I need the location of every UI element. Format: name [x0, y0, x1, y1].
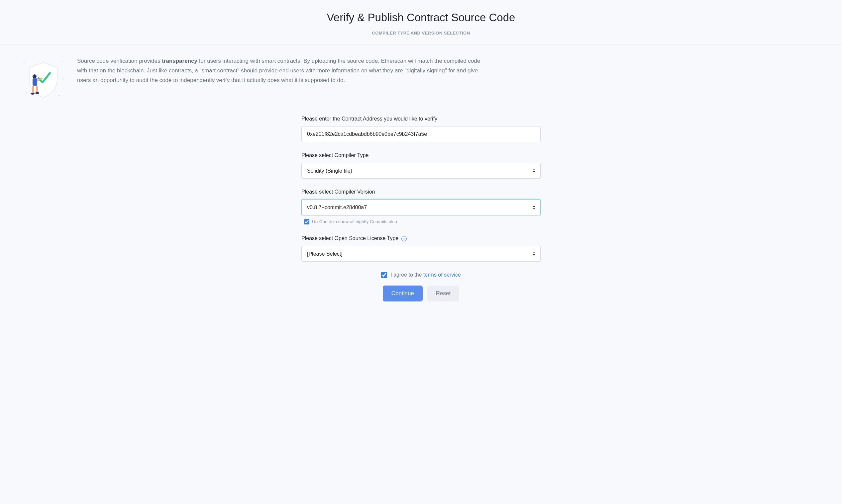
svg-point-10 — [31, 93, 35, 95]
page-subtitle: COMPILER TYPE AND VERSION SELECTION — [0, 30, 842, 37]
agree-prefix: I agree to the — [390, 272, 423, 277]
license-type-label-text: Please select Open Source License Type — [301, 235, 399, 241]
intro-text: Source code verification provides transp… — [77, 56, 486, 85]
agree-terms-checkbox[interactable] — [381, 272, 387, 278]
license-type-label: Please select Open Source License Type i — [301, 234, 541, 242]
svg-point-5 — [33, 74, 37, 78]
svg-point-0 — [23, 62, 24, 63]
agree-text: I agree to the terms of service — [390, 271, 461, 279]
intro-text-part: Source code verification provides — [77, 58, 162, 64]
page-header: Verify & Publish Contract Source Code CO… — [0, 0, 842, 44]
svg-point-1 — [62, 61, 63, 62]
svg-point-3 — [26, 93, 27, 94]
terms-of-service-link[interactable]: terms of service — [423, 272, 461, 277]
info-icon[interactable]: i — [401, 236, 407, 241]
svg-point-11 — [35, 92, 39, 94]
compiler-version-label: Please select Compiler Version — [301, 188, 541, 196]
license-type-select[interactable]: [Please Select] — [301, 246, 541, 262]
intro-section: Source code verification provides transp… — [0, 44, 842, 103]
intro-text-bold: transparency — [162, 58, 197, 64]
svg-rect-7 — [32, 86, 34, 93]
continue-button[interactable]: Continue — [383, 286, 423, 302]
nightly-commits-checkbox[interactable] — [304, 219, 309, 224]
svg-point-2 — [64, 79, 65, 80]
reset-button[interactable]: Reset — [427, 286, 459, 302]
svg-point-4 — [59, 95, 60, 96]
contract-address-input[interactable] — [301, 126, 541, 142]
compiler-type-select[interactable]: Solidity (Single file) — [301, 163, 541, 179]
compiler-type-label: Please select Compiler Type — [301, 151, 541, 159]
address-label: Please enter the Contract Address you wo… — [301, 115, 541, 123]
verify-form: Please enter the Contract Address you wo… — [295, 115, 547, 321]
shield-verify-illustration — [20, 56, 67, 103]
page-title: Verify & Publish Contract Source Code — [0, 9, 842, 26]
svg-rect-8 — [36, 86, 38, 92]
nightly-commits-label: Un-Check to show all nightly Commits als… — [312, 218, 397, 225]
compiler-version-select[interactable]: v0.8.7+commit.e28d00a7 — [301, 199, 541, 215]
svg-rect-6 — [33, 78, 37, 86]
